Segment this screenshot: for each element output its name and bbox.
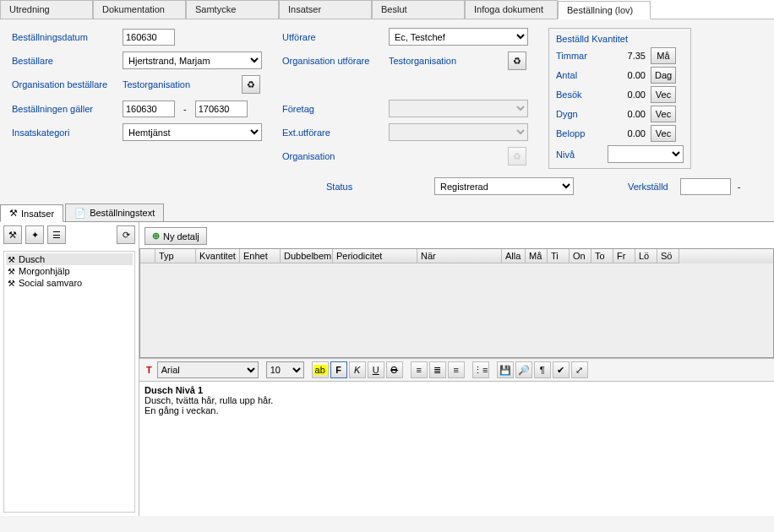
label-org-bestallare: Organisation beställare xyxy=(12,79,117,90)
label-organisation: Organisation xyxy=(282,151,384,161)
align-right-button[interactable]: ≡ xyxy=(448,361,465,378)
label-niva: Nivå xyxy=(556,149,602,160)
col-ma[interactable]: Må xyxy=(526,249,548,263)
font-family-select[interactable]: Arial xyxy=(157,361,259,378)
unit-timmar-button[interactable]: Må xyxy=(651,47,676,64)
tree-icon: ♻ xyxy=(247,79,255,90)
tab-beslut[interactable]: Beslut xyxy=(372,0,465,19)
strike-icon: Ө xyxy=(390,365,398,376)
select-insatskategori[interactable]: Hemtjänst xyxy=(123,123,262,141)
tab-samtycke[interactable]: Samtycke xyxy=(186,0,279,19)
bullet-list-button[interactable]: ⋮≡ xyxy=(472,361,489,378)
tree-item-label: Dusch xyxy=(19,254,45,264)
unit-belopp-button[interactable]: Vec xyxy=(651,125,676,142)
hammer-icon: ⚒ xyxy=(9,208,18,219)
select-status[interactable]: Registrerad xyxy=(434,177,574,195)
tree-item-label: Morgonhjälp xyxy=(19,266,70,276)
wand-icon: ✦ xyxy=(31,230,39,241)
col-rowselect[interactable] xyxy=(140,249,155,263)
underline-button[interactable]: U xyxy=(368,361,384,378)
find-button[interactable]: 🔎 xyxy=(515,361,532,378)
tab-dokumentation[interactable]: Dokumentation xyxy=(93,0,186,19)
ny-detalj-label: Ny detalj xyxy=(163,231,199,242)
highlight-icon: ab xyxy=(313,365,327,375)
save-button[interactable]: 💾 xyxy=(497,361,514,378)
bold-button[interactable]: F xyxy=(330,361,347,378)
tab-infoga-dokument[interactable]: Infoga dokument xyxy=(465,0,558,19)
tree-icon: ♻ xyxy=(513,151,521,162)
col-kvantitet[interactable]: Kvantitet xyxy=(196,249,240,263)
align-center-button[interactable]: ≣ xyxy=(429,361,446,378)
label-foretag: Företag xyxy=(282,104,384,114)
unit-dygn-button[interactable]: Vec xyxy=(651,106,676,122)
phrase-button[interactable]: ¶ xyxy=(534,361,551,378)
tab-bestallning-lov[interactable]: Beställning (lov) xyxy=(558,1,651,19)
tool-button-2[interactable]: ✦ xyxy=(25,225,44,244)
tab-insatser[interactable]: Insatser xyxy=(279,0,372,19)
tool-button-3[interactable]: ☰ xyxy=(47,225,66,244)
refresh-button[interactable]: ⟳ xyxy=(117,225,135,244)
col-so[interactable]: Sö xyxy=(657,249,679,263)
italic-button[interactable]: K xyxy=(349,361,366,378)
tool-button-1[interactable]: ⚒ xyxy=(3,225,22,244)
col-dubbelbem[interactable]: Dubbelbem xyxy=(281,249,333,263)
rich-text-editor[interactable]: Dusch Nivå 1 Dusch, tvätta hår, rulla up… xyxy=(139,382,774,516)
expand-icon: ⤢ xyxy=(575,365,583,376)
label-org-utforare: Organisation utförare xyxy=(282,56,384,66)
expand-button[interactable]: ⤢ xyxy=(571,361,588,378)
tree-item-morgonhjalp[interactable]: ⚒Morgonhjälp xyxy=(6,265,133,277)
select-utforare[interactable]: Ec, Testchef xyxy=(389,28,528,46)
font-size-select[interactable]: 10 xyxy=(266,361,304,378)
select-niva[interactable] xyxy=(608,145,684,163)
align-right-icon: ≡ xyxy=(454,365,459,375)
org-bestallare-tree-button[interactable]: ♻ xyxy=(242,75,260,94)
value-dygn: 0.00 xyxy=(608,109,646,119)
form-pane: Beställningsdatum Beställare Hjertstrand… xyxy=(0,19,774,174)
tree-item-label: Social samvaro xyxy=(19,278,82,288)
col-fr[interactable]: Fr xyxy=(613,249,635,263)
col-periodicitet[interactable]: Periodicitet xyxy=(333,249,417,263)
col-on[interactable]: On xyxy=(570,249,591,263)
col-to[interactable]: To xyxy=(591,249,613,263)
editor-toolbar: T Arial 10 ab F K U Ө ≡ ≣ ≡ ⋮≡ 💾 🔎 ¶ ✔ ⤢ xyxy=(139,358,774,382)
plus-icon: ⊕ xyxy=(152,231,160,242)
input-verkstalld-from[interactable] xyxy=(680,178,731,195)
select-bestallare[interactable]: Hjertstrand, Marjam xyxy=(123,52,262,69)
tree-item-social-samvaro[interactable]: ⚒Social samvaro xyxy=(6,277,133,289)
unit-besok-button[interactable]: Vec xyxy=(651,86,676,103)
input-galler-to[interactable] xyxy=(195,100,248,117)
subtab-insatser-label: Insatser xyxy=(21,209,54,219)
save-icon: 💾 xyxy=(499,365,511,376)
tree-item-dusch[interactable]: ⚒Dusch xyxy=(6,253,133,265)
subtab-bestallningstext[interactable]: 📄 Beställningstext xyxy=(65,204,164,221)
value-timmar: 7.35 xyxy=(608,51,646,61)
org-utforare-tree-button[interactable]: ♻ xyxy=(508,52,526,70)
col-enhet[interactable]: Enhet xyxy=(240,249,281,263)
sub-pane: ⚒ ✦ ☰ ⟳ ⚒Dusch ⚒Morgonhjälp ⚒Social samv… xyxy=(0,222,774,516)
italic-icon: K xyxy=(354,365,360,375)
list-icon: ☰ xyxy=(52,230,61,241)
align-left-button[interactable]: ≡ xyxy=(411,361,428,378)
strike-button[interactable]: Ө xyxy=(386,361,403,378)
ny-detalj-button[interactable]: ⊕ Ny detalj xyxy=(144,227,207,245)
col-typ[interactable]: Typ xyxy=(155,249,196,263)
detail-grid[interactable]: Typ Kvantitet Enhet Dubbelbem Periodicit… xyxy=(139,248,774,358)
col-alla[interactable]: Alla xyxy=(502,249,526,263)
bold-icon: F xyxy=(335,365,341,375)
refresh-icon: ⟳ xyxy=(123,230,130,241)
text-color-icon: T xyxy=(146,365,152,375)
spellcheck-button[interactable]: ✔ xyxy=(553,361,570,378)
unit-antal-button[interactable]: Dag xyxy=(651,67,676,84)
tab-utredning[interactable]: Utredning xyxy=(0,0,93,19)
label-status: Status xyxy=(326,182,428,192)
highlight-color-button[interactable]: ab xyxy=(312,361,329,378)
subtab-insatser[interactable]: ⚒ Insatser xyxy=(0,204,63,222)
col-lo[interactable]: Lö xyxy=(635,249,657,263)
col-nar[interactable]: När xyxy=(417,249,502,263)
input-galler-from[interactable] xyxy=(123,100,175,117)
bullets-icon: ⋮≡ xyxy=(473,365,488,376)
form-left-col: Beställningsdatum Beställare Hjertstrand… xyxy=(12,28,262,169)
label-verkstalld: Verkställd xyxy=(628,182,668,192)
col-ti[interactable]: Ti xyxy=(548,249,570,263)
input-bestallningsdatum[interactable] xyxy=(123,29,175,46)
